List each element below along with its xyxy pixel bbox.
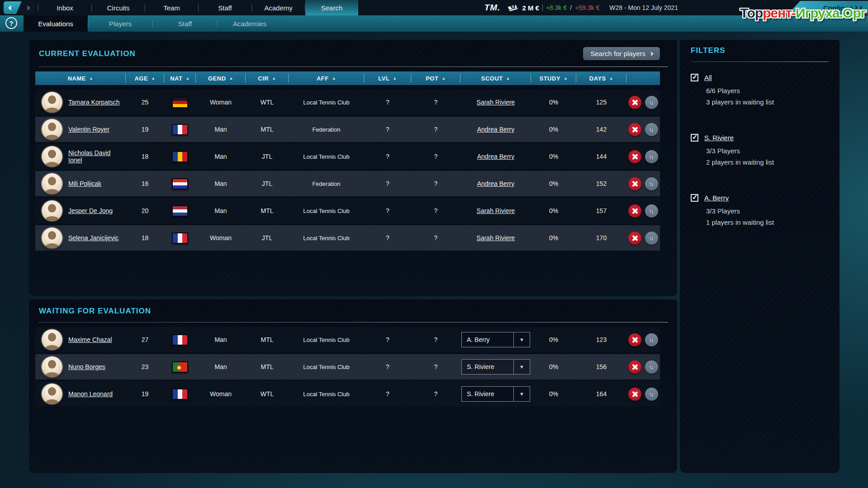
player-avatar (42, 356, 62, 377)
search-for-players-button[interactable]: Search for players (583, 47, 660, 60)
cell-nationality (164, 334, 196, 346)
table-row: Jesper De Jong 20 Man MTL Local Tennis C… (35, 198, 660, 223)
column-header-lvl[interactable]: LVL▲ (364, 71, 411, 85)
remove-player-button[interactable] (628, 123, 641, 136)
filter-label-link[interactable]: A. Berry (704, 194, 729, 202)
player-avatar (42, 146, 62, 167)
remove-player-button[interactable] (628, 232, 641, 245)
checkbox-checked[interactable]: ✓ (691, 194, 698, 202)
player-name-link[interactable]: Nicholas David Ionel (68, 149, 126, 164)
scout-link[interactable]: Sarah Riviere (477, 234, 515, 242)
filter-label-link[interactable]: All (704, 74, 712, 81)
remove-player-button[interactable] (628, 333, 641, 346)
player-name-link[interactable]: Valentin Royer (68, 126, 109, 133)
tab-search[interactable]: Search (305, 0, 358, 15)
column-header-gend[interactable]: GEND▲ (196, 71, 246, 85)
current-evaluation-title: CURRENT EVALUATION (39, 49, 136, 58)
remove-player-button[interactable] (628, 360, 641, 374)
reorder-player-button[interactable]: ↑↓ (645, 232, 658, 245)
cell-level: ? (364, 390, 411, 398)
svg-text:$: $ (512, 5, 514, 9)
reorder-player-button[interactable]: ↑↓ (645, 177, 658, 190)
tab-inbox[interactable]: Inbox (38, 0, 91, 15)
remove-player-button[interactable] (628, 150, 641, 163)
sort-asc-icon: ▲ (151, 76, 155, 81)
tab-academies[interactable]: Academies (218, 15, 282, 32)
player-name-link[interactable]: Nuno Borges (68, 363, 105, 370)
tab-team[interactable]: Team (145, 0, 198, 15)
scout-link[interactable]: Andrea Berry (477, 180, 514, 187)
tab-academy[interactable]: Academy (252, 0, 305, 15)
cell-affiliation: Local Tennis Club (289, 99, 364, 106)
cell-name: Valentin Royer (35, 119, 126, 140)
forward-button[interactable] (20, 1, 35, 14)
cell-nationality (164, 124, 196, 135)
table-row: Nicholas David Ionel 18 Man JTL Local Te… (35, 144, 660, 169)
cell-circuit: MTL (246, 207, 289, 214)
reorder-player-button[interactable]: ↑↓ (645, 123, 658, 136)
column-header-nat[interactable]: NAT▲ (164, 71, 196, 85)
reorder-player-button[interactable]: ↑↓ (645, 150, 658, 163)
tab-staff[interactable]: Staff (199, 0, 251, 15)
reorder-player-button[interactable]: ↑↓ (645, 388, 658, 401)
remove-player-button[interactable] (628, 177, 641, 190)
player-name-link[interactable]: Maxime Chazal (68, 336, 112, 343)
player-name-link[interactable]: Manon Leonard (68, 390, 113, 398)
checkbox-checked[interactable]: ✓ (691, 74, 698, 81)
checkbox-checked[interactable]: ✓ (691, 134, 698, 142)
filter-label-link[interactable]: S. Riviere (704, 134, 734, 142)
column-header-cir[interactable]: CIR▲ (246, 71, 289, 85)
sort-asc-icon: ▲ (609, 76, 613, 81)
tab-staff-sub[interactable]: Staff (153, 15, 217, 32)
player-avatar (42, 119, 62, 140)
player-avatar (42, 384, 62, 404)
reorder-player-button[interactable]: ↑↓ (645, 360, 658, 374)
cell-scout: Sarah Riviere (460, 99, 531, 106)
column-header-aff[interactable]: AFF▲ (289, 71, 364, 85)
search-for-players-label: Search for players (590, 50, 645, 57)
player-name-link[interactable]: Mili Poljicak (68, 180, 101, 187)
reorder-player-button[interactable]: ↑↓ (645, 96, 658, 109)
filter-waiting-count: 2 players in waiting list (706, 158, 830, 166)
cell-scout: Andrea Berry (460, 153, 531, 160)
scout-link[interactable]: Andrea Berry (477, 153, 514, 160)
player-name-link[interactable]: Tamara Korpatsch (68, 99, 120, 106)
reorder-player-button[interactable]: ↑↓ (645, 204, 658, 218)
cell-name: Tamara Korpatsch (35, 92, 126, 113)
column-header-age[interactable]: AGE▲ (126, 71, 164, 85)
table-row: Nuno Borges 23 Man MTL Local Tennis Club… (35, 354, 660, 379)
scout-select[interactable]: A. Berry ▼ (461, 332, 530, 347)
scout-select[interactable]: S. Riviere ▼ (461, 359, 530, 374)
scout-link[interactable]: Andrea Berry (477, 126, 514, 133)
cell-name: Jesper De Jong (35, 200, 126, 221)
player-name-link[interactable]: Selena Janicijevic (68, 234, 119, 242)
cell-actions: ↑↓ (626, 123, 660, 136)
divider (38, 322, 668, 322)
player-name-link[interactable]: Jesper De Jong (68, 207, 113, 214)
column-header-scout[interactable]: SCOUT▲ (460, 71, 531, 85)
remove-player-button[interactable] (628, 388, 641, 401)
scout-select[interactable]: S. Riviere ▼ (461, 386, 530, 402)
tab-circuits[interactable]: Circuits (92, 0, 145, 15)
tm-logo: TM. (484, 3, 501, 13)
tab-players[interactable]: Players (88, 15, 152, 32)
column-header-name[interactable]: NAME▲ (35, 71, 126, 85)
chevron-right-icon (650, 52, 653, 55)
cell-days: 142 (576, 126, 626, 133)
remove-player-button[interactable] (628, 96, 641, 109)
column-header-study[interactable]: STUDY▲ (531, 71, 576, 85)
cell-actions: ↑↓ (626, 96, 660, 109)
cell-gender: Man (196, 207, 246, 214)
continue-button[interactable]: Continue (787, 1, 868, 14)
filter-waiting-count: 1 players in waiting list (706, 218, 830, 226)
scout-link[interactable]: Sarah Riviere (477, 207, 515, 214)
remove-player-button[interactable] (628, 204, 641, 218)
scout-link[interactable]: Sarah Riviere (477, 99, 515, 106)
player-avatar (42, 92, 62, 113)
tab-evaluations[interactable]: Evaluations (24, 15, 88, 32)
column-header-days[interactable]: DAYS▲ (576, 71, 626, 85)
help-icon[interactable]: ? (5, 17, 17, 29)
column-header-pot[interactable]: POT▲ (411, 71, 460, 85)
column-header-actions (626, 71, 660, 85)
reorder-player-button[interactable]: ↑↓ (645, 333, 658, 346)
